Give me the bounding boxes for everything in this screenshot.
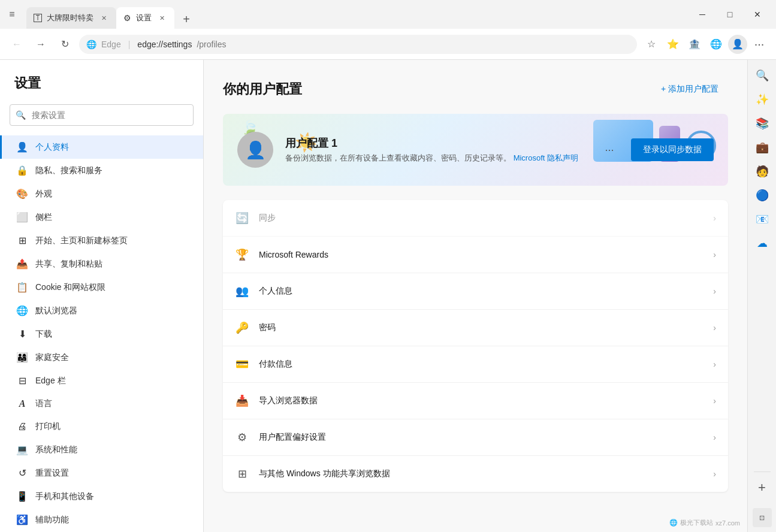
watermark-text: 极光下载站 <box>680 518 713 527</box>
sidebar-toggle-button[interactable]: ≡ <box>5 7 19 22</box>
url-edge-label: Edge <box>101 40 121 49</box>
nav-label-system: 系统和性能 <box>35 445 77 455</box>
settings-item-rewards-label: Microsoft Rewards <box>259 250 703 259</box>
settings-item-windows-share[interactable]: ⊞ 与其他 Windows 功能共享浏览数据 › <box>223 456 728 492</box>
tab-close-dapai[interactable]: ✕ <box>98 13 109 23</box>
page-title: 你的用户配置 <box>223 80 302 98</box>
more-options-button[interactable]: ··· <box>750 35 769 54</box>
nav-item-newtab[interactable]: ⊞ 开始、主页和新建标签页 <box>0 229 203 252</box>
forward-button[interactable]: → <box>31 35 50 54</box>
nav-item-system[interactable]: 💻 系统和性能 <box>0 438 203 461</box>
settings-item-personal-info[interactable]: 👥 个人信息 › <box>223 273 728 310</box>
nav-item-cookies[interactable]: 📋 Cookie 和网站权限 <box>0 276 203 299</box>
profile-banner: 🍃 ☀️ 👤 用户配置 1 备份浏览数据，在所有设备上查看收藏内容、密码、历史记… <box>223 114 728 186</box>
avatar: 👤 <box>237 132 273 168</box>
tab-label-settings: 设置 <box>136 13 152 23</box>
nav-icon-cookies: 📋 <box>16 282 28 293</box>
url-path: /profiles <box>197 40 226 49</box>
rs-wallet-button[interactable]: 💼 <box>751 137 773 158</box>
settings-item-preferences[interactable]: ⚙ 用户配置偏好设置 › <box>223 419 728 456</box>
wallet-button[interactable]: 🏦 <box>685 35 704 54</box>
nav-item-appearance[interactable]: 🎨 外观 <box>0 182 203 205</box>
settings-item-passwords-label: 密码 <box>259 322 703 333</box>
nav-item-language[interactable]: A 语言 <box>0 392 203 415</box>
nav-item-privacy[interactable]: 🔒 隐私、搜索和服务 <box>0 159 203 182</box>
settings-title: 设置 <box>0 74 203 104</box>
privacy-link[interactable]: Microsoft 隐私声明 <box>514 153 578 162</box>
nav-label-family: 家庭安全 <box>35 352 69 363</box>
signin-button[interactable]: 登录以同步数据 <box>631 138 714 161</box>
nav-item-reset[interactable]: ↺ 重置设置 <box>0 461 203 485</box>
nav-label-reset: 重置设置 <box>35 468 69 479</box>
nav-icon-privacy: 🔒 <box>16 165 28 176</box>
nav-icon-printer: 🖨 <box>16 421 28 432</box>
nav-item-download[interactable]: ⬇ 下载 <box>0 322 203 346</box>
nav-item-edgebar[interactable]: ⊟ Edge 栏 <box>0 369 203 392</box>
watermark-url: xz7.com <box>715 519 740 527</box>
profile-info: 用户配置 1 备份浏览数据，在所有设备上查看收藏内容、密码、历史记录等。 Mic… <box>285 136 588 164</box>
addressbar: ← → ↻ 🌐 Edge | edge://settings /profiles… <box>0 29 776 60</box>
refresh-button[interactable]: ↻ <box>55 35 74 54</box>
nav-item-sidebar[interactable]: ⬜ 侧栏 <box>0 205 203 229</box>
settings-item-rewards[interactable]: 🏆 Microsoft Rewards › <box>223 237 728 273</box>
rs-screencapture-button[interactable]: ⊡ <box>753 508 772 527</box>
settings-item-sync: 🔄 同步 › <box>223 200 728 237</box>
nav-icon-download: ⬇ <box>16 328 28 340</box>
settings-item-import[interactable]: 📥 导入浏览器数据 › <box>223 383 728 419</box>
nav-item-profile[interactable]: 👤 个人资料 <box>0 135 203 159</box>
rs-outlook-button[interactable]: 📧 <box>751 208 773 230</box>
nav-label-language: 语言 <box>35 398 52 409</box>
profile-more-button[interactable]: ··· <box>600 140 619 159</box>
tab-close-settings[interactable]: ✕ <box>156 13 167 23</box>
new-tab-button[interactable]: + <box>177 10 196 29</box>
maximize-button[interactable]: □ <box>716 5 744 24</box>
sync-icon: 🔄 <box>235 211 249 225</box>
search-icon: 🔍 <box>16 110 26 120</box>
personal-info-chevron-icon: › <box>713 286 716 296</box>
nav-label-newtab: 开始、主页和新建标签页 <box>35 235 128 246</box>
url-bar[interactable]: 🌐 Edge | edge://settings /profiles <box>79 35 637 54</box>
nav-item-mobile[interactable]: 📱 手机和其他设备 <box>0 485 203 508</box>
titlebar: ≡ 🅃 大牌限时特卖 ✕ ⚙ 设置 ✕ + ─ □ ✕ <box>0 0 776 29</box>
profile-description: 备份浏览数据，在所有设备上查看收藏内容、密码、历史记录等。 Microsoft … <box>285 153 588 164</box>
rs-add-button[interactable]: + <box>751 477 773 498</box>
settings-item-payment-label: 付款信息 <box>259 359 703 370</box>
tab-settings[interactable]: ⚙ 设置 ✕ <box>116 7 174 29</box>
rs-bing-button[interactable]: 🔵 <box>751 185 773 206</box>
settings-item-payment[interactable]: 💳 付款信息 › <box>223 346 728 383</box>
rs-search-button[interactable]: 🔍 <box>751 65 773 86</box>
nav-item-accessibility[interactable]: ♿ 辅助功能 <box>0 508 203 531</box>
rs-persona-button[interactable]: 🧑 <box>751 161 773 182</box>
tab-dapai[interactable]: 🅃 大牌限时特卖 ✕ <box>26 7 116 29</box>
tab-label-dapai: 大牌限时特卖 <box>47 13 93 23</box>
settings-item-passwords[interactable]: 🔑 密码 › <box>223 310 728 346</box>
import-chevron-icon: › <box>713 396 716 406</box>
minimize-button[interactable]: ─ <box>689 5 716 24</box>
favorites-star-button[interactable]: ☆ <box>642 35 661 54</box>
settings-item-windows-share-label: 与其他 Windows 功能共享浏览数据 <box>259 468 703 479</box>
nav-icon-language: A <box>16 398 28 409</box>
account-button[interactable]: 🌐 <box>706 35 726 54</box>
collections-button[interactable]: ⭐ <box>663 35 683 54</box>
nav-item-share[interactable]: 📤 共享、复制和粘贴 <box>0 252 203 276</box>
profile-avatar-button[interactable]: 👤 <box>728 35 747 54</box>
nav-label-profile: 个人资料 <box>35 142 69 153</box>
window-controls-left: ≡ <box>5 7 19 22</box>
nav-label-edgebar: Edge 栏 <box>35 376 66 386</box>
nav-item-printer[interactable]: 🖨 打印机 <box>0 415 203 438</box>
tabs-container: 🅃 大牌限时特卖 ✕ ⚙ 设置 ✕ + <box>26 0 686 29</box>
rs-collections-button[interactable]: 📚 <box>751 113 773 134</box>
back-button[interactable]: ← <box>7 35 26 54</box>
rs-onedrive-button[interactable]: ☁ <box>751 232 773 254</box>
add-profile-button[interactable]: + 添加用户配置 <box>651 79 728 99</box>
passwords-icon: 🔑 <box>235 321 249 335</box>
windows-share-chevron-icon: › <box>713 469 716 479</box>
right-sidebar: 🔍 ✨ 📚 💼 🧑 🔵 📧 ☁ + ⊡ <box>747 60 776 532</box>
nav-label-defaultbrowser: 默认浏览器 <box>35 306 77 316</box>
nav-item-defaultbrowser[interactable]: 🌐 默认浏览器 <box>0 299 203 322</box>
nav-item-family[interactable]: 👨‍👩‍👧 家庭安全 <box>0 346 203 369</box>
rs-copilot-button[interactable]: ✨ <box>751 89 773 110</box>
close-button[interactable]: ✕ <box>744 5 771 24</box>
search-input[interactable] <box>10 104 194 126</box>
settings-item-import-label: 导入浏览器数据 <box>259 395 703 406</box>
